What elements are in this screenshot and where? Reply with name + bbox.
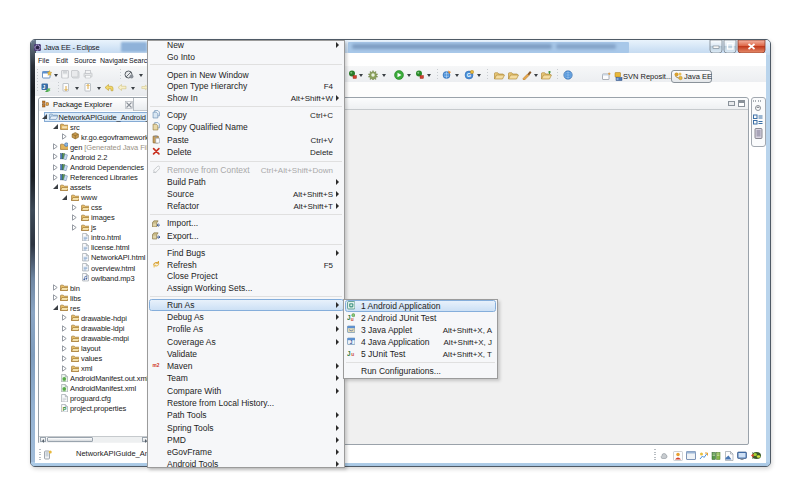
svg-text:P: P [62,406,66,412]
svg-text:u: u [351,352,354,357]
svg-text:J: J [43,84,46,90]
svg-text:u: u [350,317,353,322]
svg-text:J: J [347,350,351,357]
svg-text:J: J [349,340,352,345]
svg-text:m2: m2 [152,364,159,369]
